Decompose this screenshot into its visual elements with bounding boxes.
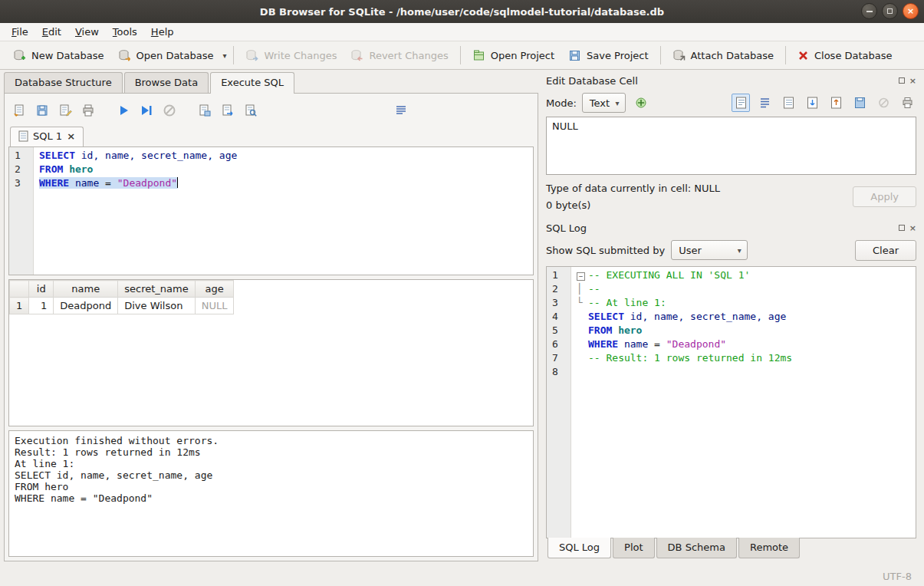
execute-current-line-button[interactable] <box>137 101 156 120</box>
panel-tab-db-schema[interactable]: DB Schema <box>656 538 737 558</box>
save-sql-file-icon <box>35 104 49 117</box>
minimize-button[interactable] <box>861 3 877 19</box>
clear-button[interactable]: Clear <box>855 240 916 261</box>
tab-database-structure[interactable]: Database Structure <box>4 72 123 93</box>
dock-float-icon[interactable] <box>899 77 905 84</box>
menu-tools[interactable]: Tools <box>106 24 144 40</box>
attach-database-button[interactable]: Attach Database <box>666 44 781 67</box>
format-sql-button[interactable] <box>392 101 410 120</box>
line-number-gutter: 12345678 <box>547 267 571 538</box>
export-file-button[interactable] <box>827 94 845 112</box>
sql-editor-text[interactable]: SELECT id, name, secret_name, ageFROM he… <box>34 147 533 275</box>
row-header[interactable]: 1 <box>10 298 29 314</box>
print-cell-button[interactable] <box>898 94 916 112</box>
menu-view[interactable]: View <box>68 24 106 40</box>
word-wrap-button[interactable] <box>755 94 774 112</box>
menu-file[interactable]: File <box>5 24 35 40</box>
mode-label: Mode: <box>546 97 577 109</box>
close-database-button[interactable]: Close Database <box>791 45 899 66</box>
code-token <box>612 324 618 336</box>
corner-header <box>10 281 29 298</box>
fold-marker-icon <box>577 282 588 296</box>
open-database-label: Open Database <box>136 50 214 61</box>
chevron-down-icon: ▾ <box>222 51 226 60</box>
panel-tab-plot[interactable]: Plot <box>613 538 655 558</box>
fold-marker-icon[interactable] <box>577 268 588 282</box>
stop-icon <box>163 104 176 117</box>
cell-name[interactable]: Deadpond <box>54 298 118 314</box>
maximize-button[interactable] <box>882 3 898 19</box>
open-sql-file-button[interactable] <box>10 101 28 120</box>
panel-tab-bar: SQL Log Plot DB Schema Remote <box>546 538 916 561</box>
column-header-name[interactable]: name <box>54 281 118 298</box>
save-cell-button[interactable] <box>850 94 869 112</box>
code-token: "Deadpond" <box>117 177 177 189</box>
code-token: SELECT <box>39 150 75 161</box>
cell-id[interactable]: 1 <box>29 298 54 314</box>
save-sql-file-button[interactable] <box>33 101 51 120</box>
tab-execute-sql[interactable]: Execute SQL <box>210 72 294 94</box>
open-in-tab-button[interactable] <box>219 101 237 120</box>
tab-browse-data[interactable]: Browse Data <box>124 72 209 93</box>
cell-value-editor[interactable]: NULL <box>546 117 916 175</box>
line-number: 3 <box>15 176 30 190</box>
column-header-secret-name[interactable]: secret_name <box>118 281 195 298</box>
submitter-combobox[interactable]: User ▾ <box>671 240 748 260</box>
results-table[interactable]: id name secret_name age 1 1 Deadpond <box>9 280 234 314</box>
tab-close-icon[interactable]: × <box>67 130 75 142</box>
code-token: WHERE <box>39 177 69 189</box>
code-token: FROM <box>39 163 63 175</box>
toolbar-separator <box>660 46 661 64</box>
menu-help[interactable]: Help <box>144 24 181 40</box>
dock-float-icon[interactable] <box>899 225 905 231</box>
save-project-button[interactable]: Save Project <box>561 44 656 67</box>
code-token: = <box>105 177 117 189</box>
sql-editor[interactable]: 123 SELECT id, name, secret_name, ageFRO… <box>8 146 534 275</box>
set-null-icon <box>878 97 889 109</box>
open-project-button[interactable]: Open Project <box>465 44 561 67</box>
sql-log-title: SQL Log <box>546 222 899 234</box>
close-button[interactable]: × <box>903 3 919 19</box>
write-changes-icon <box>245 49 258 62</box>
new-database-button[interactable]: New Database <box>6 44 111 67</box>
edit-cell-toolbar: Mode: Text ▾ <box>546 90 916 116</box>
sql-editor-tab[interactable]: SQL 1 × <box>10 127 84 146</box>
toolbar-separator <box>460 46 461 64</box>
table-row[interactable]: 1 1 Deadpond Dive Wilson NULL <box>10 298 234 314</box>
titlebar[interactable]: DB Browser for SQLite - /home/user/code/… <box>0 0 924 23</box>
execute-all-button[interactable] <box>114 101 133 120</box>
dock-close-icon[interactable]: × <box>909 224 916 232</box>
execute-current-line-icon <box>140 104 153 117</box>
find-replace-button[interactable] <box>242 101 260 120</box>
code-line: WHERE name = "Deadpond" <box>34 176 533 190</box>
panel-tab-remote[interactable]: Remote <box>738 538 800 558</box>
dock-close-icon[interactable]: × <box>909 77 916 85</box>
app-window: DB Browser for SQLite - /home/user/code/… <box>0 0 924 586</box>
save-as-button[interactable] <box>56 101 74 120</box>
panel-tab-sql-log[interactable]: SQL Log <box>547 538 611 558</box>
set-null-button <box>874 94 893 112</box>
edit-cell-title: Edit Database Cell <box>546 75 899 87</box>
code-token: = <box>654 338 666 350</box>
sql-log-view[interactable]: 12345678 -- EXECUTING ALL IN 'SQL 1'----… <box>546 266 916 538</box>
code-token: -- <box>588 283 600 295</box>
encoding-indicator[interactable]: UTF-8 <box>883 571 912 582</box>
cell-secret-name[interactable]: Dive Wilson <box>118 298 195 314</box>
import-file-button[interactable] <box>803 94 821 112</box>
code-token: WHERE <box>588 338 618 350</box>
close-icon: × <box>907 6 914 16</box>
column-header-age[interactable]: age <box>195 281 234 298</box>
new-tab-button[interactable] <box>196 101 214 120</box>
code-token: name <box>618 338 654 350</box>
open-database-button[interactable]: Open Database <box>111 44 221 67</box>
column-header-id[interactable]: id <box>29 281 54 298</box>
print-button[interactable] <box>79 101 97 120</box>
mode-combobox[interactable]: Text ▾ <box>582 93 626 113</box>
cell-age[interactable]: NULL <box>195 298 234 314</box>
text-view-button[interactable] <box>732 94 750 112</box>
menu-edit[interactable]: Edit <box>35 24 68 40</box>
import-text-button[interactable] <box>631 93 651 113</box>
open-database-dropdown[interactable]: ▾ <box>220 47 229 64</box>
copy-cell-button[interactable] <box>779 94 797 112</box>
code-token: "Deadpond" <box>666 338 726 350</box>
